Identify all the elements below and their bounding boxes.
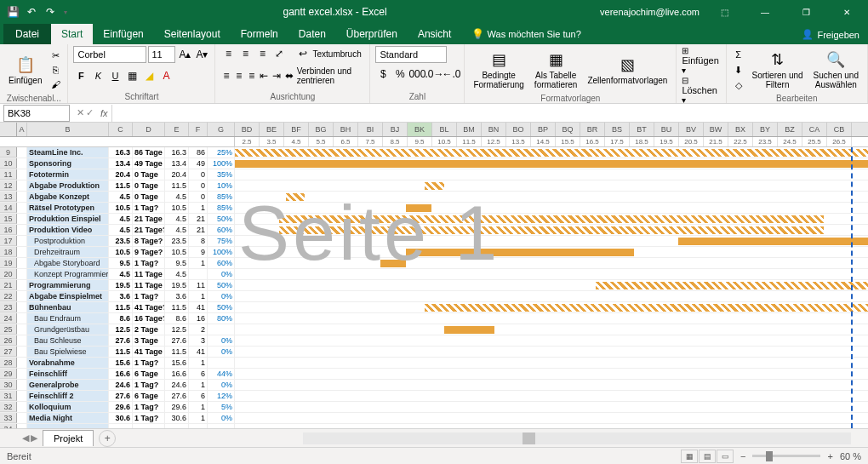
view-layout-icon[interactable]: ▤ (699, 450, 716, 463)
tab-formulas[interactable]: Formeln (231, 24, 288, 44)
sheet-nav-next-icon[interactable]: ▶ (31, 432, 37, 444)
clear-icon[interactable]: ◇ (732, 78, 745, 92)
align-mid-icon[interactable]: ≡ (237, 46, 253, 61)
col-header[interactable]: A (17, 123, 27, 136)
maximize-icon[interactable]: ❐ (790, 0, 822, 24)
row-header[interactable]: 33 (0, 413, 17, 423)
bold-button[interactable]: F (73, 68, 89, 83)
share-button[interactable]: 👤Freigeben (793, 25, 868, 44)
font-name-select[interactable]: Corbel (73, 46, 146, 63)
formula-bar[interactable] (111, 105, 868, 122)
font-color-icon[interactable]: A (158, 68, 174, 83)
row-header[interactable]: 11 (0, 169, 17, 180)
table-row[interactable]: 24 Bau Endraum 8.6 16 Tage? 8.6 16 80% (0, 313, 868, 324)
cells-delete-button[interactable]: ⊟ Löschen ▾ (682, 76, 720, 105)
tab-data[interactable]: Daten (288, 24, 336, 44)
table-row[interactable]: 25 Grundgerüstbau 12.5 2 Tage 12.5 2 (0, 324, 868, 335)
table-row[interactable]: 13 Abgabe Konzept 4.5 0 Tage 4.5 0 85% (0, 192, 868, 203)
col-header[interactable]: BQ (556, 123, 580, 136)
tell-me[interactable]: 💡 Was möchten Sie tun? (461, 24, 591, 44)
col-header[interactable]: BR (580, 123, 605, 136)
row-header[interactable]: 13 (0, 192, 17, 202)
cells-insert-button[interactable]: ⊞ Einfügen ▾ (682, 46, 720, 75)
qat-dropdown-icon[interactable]: ▾ (61, 4, 70, 20)
cancel-formula-icon[interactable]: ✕ (77, 107, 84, 118)
row-header[interactable]: 28 (0, 358, 17, 368)
col-header[interactable]: F (189, 123, 208, 136)
grow-font-icon[interactable]: A▴ (177, 47, 192, 62)
worksheet-grid[interactable]: ABCDEFGBDBEBFBGBHBIBJBKBLBMBNBOBPBQBRBSB… (0, 123, 868, 428)
col-header[interactable]: BL (432, 123, 457, 136)
zoom-out-button[interactable]: − (740, 451, 745, 461)
row-header[interactable]: 17 (0, 236, 17, 246)
undo-icon[interactable]: ↶ (24, 4, 39, 20)
tab-file[interactable]: Datei (3, 24, 51, 44)
cond-format-button[interactable]: ▤Bedingte Formatierung (470, 46, 527, 94)
col-header[interactable]: BN (482, 123, 506, 136)
row-header[interactable]: 10 (0, 158, 17, 169)
row-header[interactable]: 23 (0, 302, 17, 312)
sheet-nav-prev-icon[interactable]: ◀ (22, 432, 29, 444)
table-row[interactable]: 17 Postproduktion 23.5 8 Tage? 23.5 8 75… (0, 236, 868, 247)
fx-icon[interactable]: fx (97, 108, 111, 118)
merge-button[interactable]: Verbinden und zentrieren (297, 66, 365, 85)
col-header[interactable]: BG (309, 123, 334, 136)
row-header[interactable]: 25 (0, 324, 17, 335)
view-break-icon[interactable]: ▭ (717, 450, 734, 463)
save-icon[interactable]: 💾 (5, 4, 20, 20)
autosum-icon[interactable]: Σ (732, 48, 745, 61)
wrap-text-button[interactable]: Textumbruch (312, 49, 361, 59)
row-header[interactable]: 16 (0, 225, 17, 235)
col-header[interactable]: CB (827, 123, 852, 136)
tab-layout[interactable]: Seitenlayout (154, 24, 231, 44)
paste-button[interactable]: 📋 Einfügen (5, 46, 45, 94)
select-all-corner[interactable] (0, 123, 17, 136)
close-icon[interactable]: ✕ (831, 0, 863, 24)
table-row[interactable]: 23 Bühnenbau 11.5 41 Tage? 11.5 41 50% (0, 302, 868, 313)
cell-styles-button[interactable]: ▧Zellenformatvorlagen (584, 46, 671, 94)
table-row[interactable]: 14 Rätsel Prototypen 10.5 1 Tag? 10.5 1 … (0, 203, 868, 214)
row-header[interactable]: 9 (0, 147, 17, 158)
format-painter-icon[interactable]: 🖌 (49, 77, 62, 91)
row-header[interactable]: 24 (0, 313, 17, 324)
table-row[interactable]: 20 Konzept Programmier 4.5 11 Tage 4.5 0… (0, 269, 868, 280)
font-size-select[interactable]: 11 (148, 46, 175, 63)
col-header[interactable]: BW (704, 123, 728, 136)
table-row[interactable]: 12 Abgabe Produktion 11.5 0 Tage 11.5 0 … (0, 180, 868, 192)
col-header[interactable]: BV (679, 123, 704, 136)
indent-inc-icon[interactable]: ⇥ (271, 68, 283, 83)
horizontal-scrollbar[interactable] (303, 432, 851, 444)
zoom-level[interactable]: 60 % (840, 451, 861, 461)
col-header[interactable]: C (109, 123, 133, 136)
redo-icon[interactable]: ↷ (43, 4, 58, 20)
sort-filter-button[interactable]: ⇅Sortieren und Filtern (749, 46, 807, 94)
minimize-icon[interactable]: — (749, 0, 781, 24)
view-normal-icon[interactable]: ▦ (681, 450, 698, 463)
align-center-icon[interactable]: ≡ (233, 68, 244, 83)
table-row[interactable]: 21 Programmierung 19.5 11 Tage 19.5 11 5… (0, 280, 868, 291)
col-header[interactable]: BO (506, 123, 531, 136)
table-row[interactable]: 33 Media Night 30.6 1 Tag? 30.6 1 0% (0, 413, 868, 424)
col-header[interactable]: BK (408, 123, 432, 136)
table-row[interactable]: 16 Produktion Video 4.5 21 Tage? 4.5 21 … (0, 225, 868, 236)
zoom-slider[interactable] (752, 455, 820, 457)
fill-icon[interactable]: ⬇ (732, 63, 745, 77)
fill-color-icon[interactable]: ◢ (141, 68, 157, 83)
align-top-icon[interactable]: ≡ (220, 46, 236, 61)
col-header[interactable]: BJ (383, 123, 408, 136)
row-header[interactable]: 29 (0, 369, 17, 379)
percent-icon[interactable]: % (392, 66, 408, 82)
col-header[interactable]: CA (802, 123, 827, 136)
row-header[interactable]: 27 (0, 347, 17, 357)
shrink-font-icon[interactable]: A▾ (194, 47, 209, 62)
name-box[interactable]: BK38 (3, 105, 70, 122)
table-row[interactable]: 34 (0, 424, 868, 428)
col-header[interactable]: BE (260, 123, 284, 136)
row-header[interactable]: 21 (0, 280, 17, 290)
col-header[interactable]: BY (753, 123, 778, 136)
dec-decimal-icon[interactable]: ←.0 (443, 66, 459, 82)
copy-icon[interactable]: ⎘ (49, 63, 62, 77)
col-header[interactable]: BH (334, 123, 358, 136)
col-header[interactable]: D (133, 123, 165, 136)
table-row[interactable]: 10 Sponsoring 13.4 49 Tage 13.4 49 100% (0, 158, 868, 169)
